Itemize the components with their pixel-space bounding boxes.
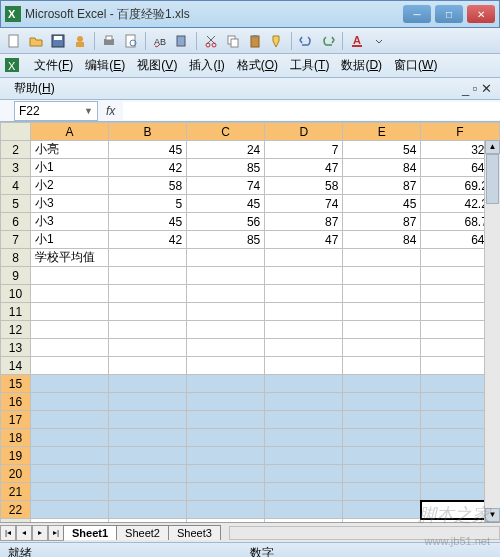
cell[interactable]: 87	[343, 177, 421, 195]
menu-w[interactable]: 窗口(W)	[388, 56, 443, 74]
cell[interactable]	[265, 429, 343, 447]
cell[interactable]: 小1	[31, 231, 109, 249]
column-header-E[interactable]: E	[343, 123, 421, 141]
cell[interactable]: 58	[109, 177, 187, 195]
select-all-corner[interactable]	[1, 123, 31, 141]
row-header[interactable]: 23	[1, 519, 31, 523]
cell[interactable]	[187, 447, 265, 465]
column-header-D[interactable]: D	[265, 123, 343, 141]
cell[interactable]	[109, 321, 187, 339]
cell[interactable]: 45	[343, 195, 421, 213]
cell[interactable]	[187, 357, 265, 375]
toolbar-overflow-button[interactable]	[369, 31, 389, 51]
cell[interactable]: 小亮	[31, 141, 109, 159]
cell[interactable]: 58	[265, 177, 343, 195]
row-header[interactable]: 14	[1, 357, 31, 375]
undo-button[interactable]	[296, 31, 316, 51]
scroll-thumb[interactable]	[486, 154, 499, 204]
font-color-button[interactable]: A	[347, 31, 367, 51]
row-header[interactable]: 18	[1, 429, 31, 447]
cut-button[interactable]	[201, 31, 221, 51]
cell[interactable]	[187, 339, 265, 357]
preview-button[interactable]	[121, 31, 141, 51]
sheet-nav-first-button[interactable]: |◂	[0, 525, 16, 541]
cell[interactable]	[109, 249, 187, 267]
cell[interactable]	[343, 393, 421, 411]
cell[interactable]: 45	[109, 213, 187, 231]
cell[interactable]	[343, 483, 421, 501]
save-button[interactable]	[48, 31, 68, 51]
row-header[interactable]: 2	[1, 141, 31, 159]
cell[interactable]: 24	[187, 141, 265, 159]
cell[interactable]	[265, 465, 343, 483]
cell[interactable]: 45	[187, 195, 265, 213]
row-header[interactable]: 11	[1, 303, 31, 321]
cell[interactable]	[265, 483, 343, 501]
cell[interactable]	[187, 303, 265, 321]
cell[interactable]	[343, 357, 421, 375]
cell[interactable]	[109, 375, 187, 393]
scroll-down-arrow-icon[interactable]: ▼	[485, 508, 500, 522]
cell[interactable]	[343, 267, 421, 285]
cell[interactable]	[265, 447, 343, 465]
menu-t[interactable]: 工具(T)	[284, 56, 335, 74]
menu-f[interactable]: 文件(F)	[28, 56, 79, 74]
cell[interactable]	[343, 501, 421, 519]
cell[interactable]	[187, 285, 265, 303]
cell[interactable]	[343, 285, 421, 303]
new-button[interactable]	[4, 31, 24, 51]
cell[interactable]	[187, 411, 265, 429]
cell[interactable]: 56	[187, 213, 265, 231]
cell[interactable]: 42	[109, 231, 187, 249]
horizontal-scrollbar[interactable]	[229, 526, 500, 540]
cell[interactable]	[265, 285, 343, 303]
cell[interactable]: 小1	[31, 159, 109, 177]
cell[interactable]	[109, 411, 187, 429]
research-button[interactable]	[172, 31, 192, 51]
row-header[interactable]: 22	[1, 501, 31, 519]
column-header-C[interactable]: C	[187, 123, 265, 141]
formula-input[interactable]	[123, 102, 500, 120]
paste-button[interactable]	[245, 31, 265, 51]
cell[interactable]: 84	[343, 231, 421, 249]
row-header[interactable]: 4	[1, 177, 31, 195]
name-box[interactable]: F22 ▼	[14, 101, 98, 121]
cell[interactable]	[109, 465, 187, 483]
cell[interactable]	[109, 285, 187, 303]
cell[interactable]	[343, 519, 421, 523]
cell[interactable]	[265, 357, 343, 375]
menu-o[interactable]: 格式(O)	[231, 56, 284, 74]
cell[interactable]: 小2	[31, 177, 109, 195]
sheet-nav-last-button[interactable]: ▸|	[48, 525, 64, 541]
open-button[interactable]	[26, 31, 46, 51]
cell[interactable]	[31, 357, 109, 375]
cell[interactable]: 87	[265, 213, 343, 231]
cell[interactable]	[187, 393, 265, 411]
cell[interactable]	[31, 267, 109, 285]
cell[interactable]	[109, 447, 187, 465]
spelling-button[interactable]: AB	[150, 31, 170, 51]
cell[interactable]	[187, 519, 265, 523]
fx-label[interactable]: fx	[106, 104, 115, 118]
cell[interactable]: 5	[109, 195, 187, 213]
cell[interactable]	[265, 519, 343, 523]
cell[interactable]: 47	[265, 231, 343, 249]
cell[interactable]	[265, 339, 343, 357]
cell[interactable]	[109, 357, 187, 375]
maximize-button[interactable]: □	[435, 5, 463, 23]
row-header[interactable]: 12	[1, 321, 31, 339]
menu-v[interactable]: 视图(V)	[131, 56, 183, 74]
cell[interactable]	[109, 303, 187, 321]
cell[interactable]	[31, 321, 109, 339]
cell[interactable]: 42	[109, 159, 187, 177]
cell[interactable]: 85	[187, 231, 265, 249]
cell[interactable]	[265, 267, 343, 285]
row-header[interactable]: 9	[1, 267, 31, 285]
row-header[interactable]: 20	[1, 465, 31, 483]
cell[interactable]	[343, 447, 421, 465]
cell[interactable]	[343, 321, 421, 339]
cell[interactable]	[187, 429, 265, 447]
cell[interactable]	[109, 429, 187, 447]
cell[interactable]	[109, 267, 187, 285]
cell[interactable]	[187, 375, 265, 393]
